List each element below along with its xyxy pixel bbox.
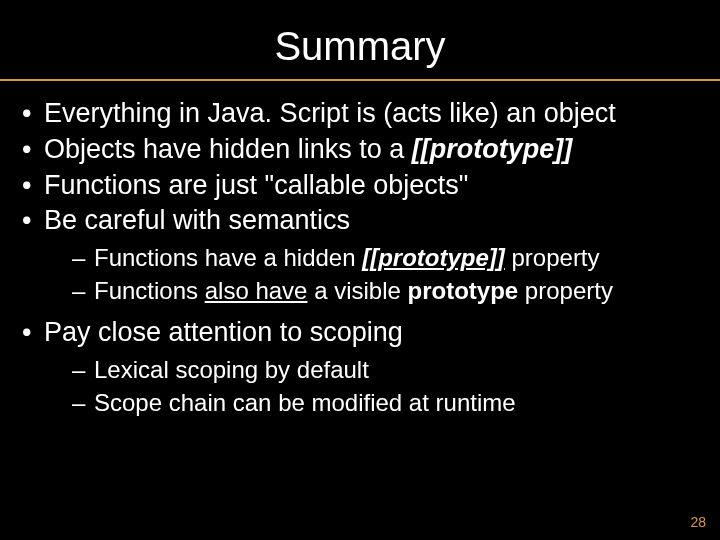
bullet-text-part: Lexical scoping by default bbox=[94, 356, 369, 383]
bullet-text-part: prototype bbox=[408, 277, 519, 304]
bullet-text: Pay close attention to scoping bbox=[44, 317, 403, 347]
list-item: Pay close attention to scoping Lexical s… bbox=[20, 316, 700, 418]
page-number: 28 bbox=[690, 514, 706, 530]
list-item: Everything in Java. Script is (acts like… bbox=[20, 97, 700, 131]
bullet-text-part: Functions bbox=[94, 277, 205, 304]
title-wrap: Summary bbox=[0, 0, 720, 69]
bullet-text-part: property bbox=[518, 277, 613, 304]
slide-content: Everything in Java. Script is (acts like… bbox=[0, 81, 720, 419]
bullet-text-part: Scope chain can be modified at runtime bbox=[94, 389, 516, 416]
bullet-list: Everything in Java. Script is (acts like… bbox=[20, 97, 700, 419]
bullet-text-part: Objects have hidden links to a bbox=[44, 134, 412, 164]
list-item: Scope chain can be modified at runtime bbox=[72, 387, 700, 418]
bullet-text-part: also have bbox=[205, 277, 308, 304]
bullet-text: Everything in Java. Script is (acts like… bbox=[44, 98, 616, 128]
bullet-text-part: property bbox=[505, 244, 600, 271]
list-item: Objects have hidden links to a [[prototy… bbox=[20, 133, 700, 167]
list-item: Lexical scoping by default bbox=[72, 354, 700, 385]
slide: Summary Everything in Java. Script is (a… bbox=[0, 0, 720, 540]
slide-title: Summary bbox=[274, 24, 445, 69]
bullet-text-part: a visible bbox=[307, 277, 407, 304]
sub-bullet-list: Functions have a hidden [[prototype]] pr… bbox=[44, 242, 700, 306]
list-item: Functions are just "callable objects" bbox=[20, 169, 700, 203]
list-item: Be careful with semantics Functions have… bbox=[20, 204, 700, 306]
bullet-text: Be careful with semantics bbox=[44, 205, 350, 235]
list-item: Functions also have a visible prototype … bbox=[72, 275, 700, 306]
sub-bullet-list: Lexical scoping by default Scope chain c… bbox=[44, 354, 700, 418]
bullet-text-part: [[prototype]] bbox=[362, 244, 505, 271]
bullet-text-part: Functions have a hidden bbox=[94, 244, 362, 271]
list-item: Functions have a hidden [[prototype]] pr… bbox=[72, 242, 700, 273]
bullet-text: Functions are just "callable objects" bbox=[44, 170, 468, 200]
bullet-text-part: [[prototype]] bbox=[412, 134, 572, 164]
